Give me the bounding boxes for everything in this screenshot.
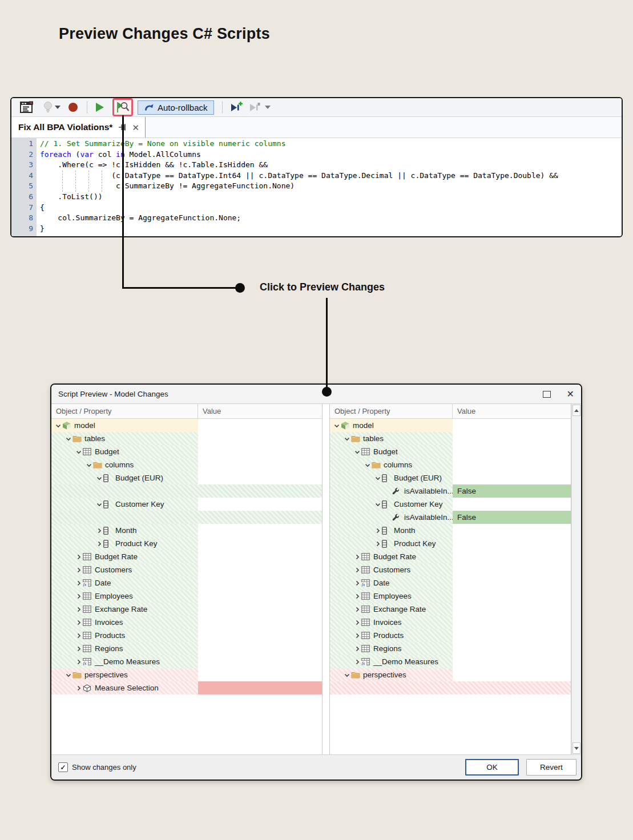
tree-row[interactable]: columns bbox=[330, 458, 571, 471]
tree-row[interactable]: Measure Selection bbox=[51, 681, 322, 694]
tree-row[interactable]: Customer Key bbox=[330, 498, 571, 511]
tree-row[interactable]: Product Key bbox=[51, 537, 322, 550]
tree-row[interactable]: isAvailableIn...False bbox=[330, 511, 571, 524]
tree-row[interactable]: Invoices bbox=[330, 616, 571, 629]
tree-row[interactable]: tables bbox=[330, 432, 571, 445]
chevron-right-icon[interactable] bbox=[74, 619, 83, 627]
tree-row[interactable]: fx__Demo Measures bbox=[51, 655, 322, 668]
tree-row[interactable]: Month bbox=[330, 524, 571, 537]
tree-row[interactable]: model bbox=[330, 419, 571, 432]
close-icon[interactable]: ✕ bbox=[132, 123, 139, 132]
chevron-right-icon[interactable] bbox=[74, 566, 83, 574]
tab-fix-all-bpa-violations[interactable]: Fix All BPA Violations* ✕ bbox=[11, 117, 146, 138]
chevron-down-icon[interactable] bbox=[363, 461, 372, 469]
dialog-title-bar[interactable]: Script Preview - Model Changes ✕ bbox=[51, 385, 581, 403]
column-header-object-property[interactable]: Object / Property bbox=[330, 404, 453, 418]
preview-changes-icon[interactable] bbox=[116, 101, 130, 114]
chevron-right-icon[interactable] bbox=[353, 566, 361, 574]
tree-row[interactable]: fxDate bbox=[51, 576, 322, 589]
column-header-value[interactable]: Value bbox=[453, 404, 571, 418]
chevron-right-icon[interactable] bbox=[353, 605, 361, 613]
column-header-object-property[interactable]: Object / Property bbox=[51, 404, 198, 418]
chevron-down-icon[interactable] bbox=[64, 671, 72, 679]
chevron-down-icon[interactable] bbox=[64, 435, 72, 443]
column-header-value[interactable]: Value bbox=[198, 404, 322, 418]
run-icon[interactable] bbox=[94, 102, 106, 113]
tree-row[interactable]: Customers bbox=[51, 563, 322, 576]
chevron-right-icon[interactable] bbox=[353, 645, 361, 653]
tree-row[interactable]: Employees bbox=[51, 589, 322, 603]
chevron-right-icon[interactable] bbox=[373, 527, 382, 535]
tree-row[interactable]: Customers bbox=[330, 563, 571, 576]
chevron-right-icon[interactable] bbox=[353, 579, 361, 587]
tree-row[interactable]: fx__Demo Measures bbox=[330, 655, 571, 668]
tree-row[interactable]: Customer Key bbox=[51, 498, 322, 511]
tree-row[interactable]: Products bbox=[51, 629, 322, 642]
tree-row[interactable]: columns bbox=[51, 458, 322, 471]
chevron-right-icon[interactable] bbox=[74, 632, 83, 640]
close-icon[interactable]: ✕ bbox=[567, 390, 574, 399]
chevron-down-icon[interactable] bbox=[332, 422, 341, 430]
tree-row[interactable]: tables bbox=[51, 432, 322, 445]
chevron-right-icon[interactable] bbox=[74, 645, 83, 653]
dropdown-caret-icon[interactable] bbox=[265, 106, 271, 109]
tree-row[interactable]: Budget Rate bbox=[51, 550, 322, 563]
show-changes-only-checkbox[interactable]: ✓ bbox=[58, 762, 68, 772]
chevron-down-icon[interactable] bbox=[54, 422, 62, 430]
chevron-right-icon[interactable] bbox=[74, 579, 83, 587]
lightbulb-icon[interactable] bbox=[42, 101, 54, 114]
tree-row[interactable]: model bbox=[51, 419, 322, 432]
tree-row[interactable]: Exchange Rate bbox=[51, 603, 322, 616]
vertical-scrollbar[interactable] bbox=[571, 404, 581, 754]
ok-button[interactable]: OK bbox=[465, 759, 519, 776]
tree-row[interactable]: Budget bbox=[51, 445, 322, 458]
chevron-right-icon[interactable] bbox=[74, 592, 83, 600]
scroll-up-button[interactable] bbox=[572, 405, 580, 416]
tree-row[interactable]: Exchange Rate bbox=[330, 603, 571, 616]
tree-row[interactable]: Budget (EUR) bbox=[51, 471, 322, 484]
chevron-right-icon[interactable] bbox=[353, 619, 361, 627]
tree-row[interactable]: Budget Rate bbox=[330, 550, 571, 563]
tree-row[interactable]: Regions bbox=[330, 642, 571, 655]
tree-row[interactable]: Regions bbox=[51, 642, 322, 655]
chevron-down-icon[interactable] bbox=[373, 474, 382, 482]
chevron-down-icon[interactable] bbox=[84, 461, 93, 469]
chevron-down-icon[interactable] bbox=[373, 500, 382, 508]
chevron-right-icon[interactable] bbox=[373, 540, 382, 548]
tree-row[interactable]: isAvailableIn...False bbox=[330, 484, 571, 498]
chevron-right-icon[interactable] bbox=[74, 605, 83, 613]
tree-row[interactable]: fxDate bbox=[330, 576, 571, 589]
tree-row[interactable]: Month bbox=[51, 524, 322, 537]
chevron-right-icon[interactable] bbox=[95, 540, 103, 548]
tree-row[interactable]: perspectives bbox=[51, 668, 322, 681]
tree-row[interactable]: Product Key bbox=[330, 537, 571, 550]
tree-row[interactable]: perspectives bbox=[330, 668, 571, 681]
scroll-down-button[interactable] bbox=[572, 742, 580, 754]
chevron-down-icon[interactable] bbox=[95, 474, 103, 482]
chevron-down-icon[interactable] bbox=[353, 448, 361, 456]
chevron-down-icon[interactable] bbox=[342, 671, 351, 679]
tree-row[interactable]: Budget bbox=[330, 445, 571, 458]
tree-row[interactable]: Budget (EUR) bbox=[330, 471, 571, 484]
chevron-right-icon[interactable] bbox=[74, 553, 83, 561]
chevron-down-icon[interactable] bbox=[95, 500, 103, 508]
chevron-down-icon[interactable] bbox=[342, 435, 351, 443]
code-editor[interactable]: 12345678910 // 1. Set SummarizeBy = None… bbox=[11, 138, 622, 237]
record-icon[interactable] bbox=[68, 103, 78, 112]
chevron-down-icon[interactable] bbox=[74, 448, 83, 456]
chevron-right-icon[interactable] bbox=[74, 684, 83, 692]
auto-rollback-button[interactable]: Auto-rollback bbox=[138, 100, 214, 115]
maximize-icon[interactable] bbox=[543, 391, 551, 398]
tree-row[interactable]: Employees bbox=[330, 589, 571, 603]
script-window-icon[interactable] bbox=[19, 100, 34, 114]
tree-row[interactable]: Invoices bbox=[51, 616, 322, 629]
chevron-right-icon[interactable] bbox=[353, 632, 361, 640]
dropdown-caret-icon[interactable] bbox=[55, 106, 61, 109]
run-disabled-icon[interactable] bbox=[248, 102, 261, 113]
chevron-right-icon[interactable] bbox=[74, 658, 83, 666]
chevron-right-icon[interactable] bbox=[353, 553, 361, 561]
run-add-icon[interactable] bbox=[229, 102, 243, 113]
chevron-right-icon[interactable] bbox=[95, 527, 103, 535]
tree-row[interactable]: Products bbox=[330, 629, 571, 642]
chevron-right-icon[interactable] bbox=[353, 592, 361, 600]
